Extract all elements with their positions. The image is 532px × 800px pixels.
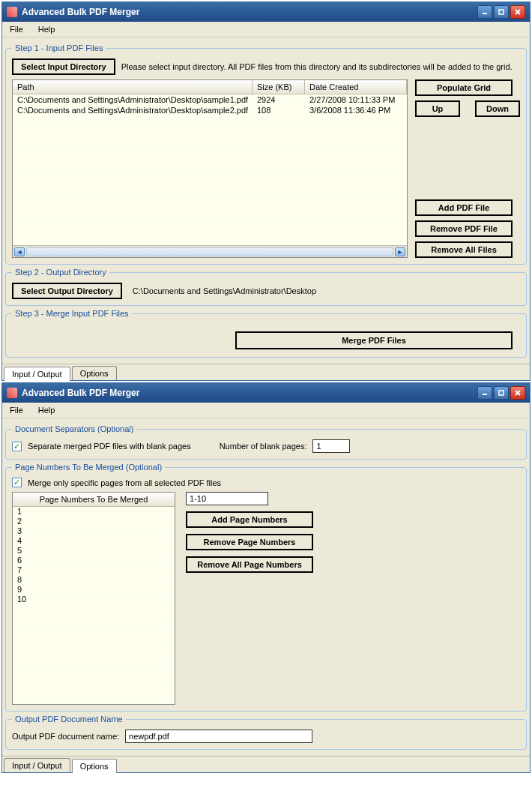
maximize-button[interactable] — [494, 5, 509, 19]
step1-hint: Please select input directory. All PDF f… — [121, 62, 513, 71]
list-item[interactable]: 2 — [13, 517, 175, 526]
list-item[interactable]: 5 — [13, 546, 175, 556]
window-title: Advanced Bulk PDF Merger — [22, 7, 139, 17]
menu-file[interactable]: File — [7, 23, 26, 35]
minimize-button[interactable] — [477, 5, 492, 19]
input-files-grid[interactable]: Path Size (KB) Date Created C:\Documents… — [12, 79, 408, 258]
select-output-directory-button[interactable]: Select Output Directory — [12, 283, 122, 299]
output-name-label: Output PDF document name: — [12, 732, 119, 741]
separators-fieldset: Document Separators (Optional) ✓ Separat… — [5, 424, 527, 460]
svg-rect-1 — [499, 10, 504, 14]
scroll-left-icon[interactable]: ◄ — [14, 247, 25, 256]
grid-header-date[interactable]: Date Created — [305, 80, 407, 94]
list-item[interactable]: 9 — [13, 585, 175, 595]
app-icon — [7, 7, 17, 17]
step2-legend: Step 2 - Output Directory — [12, 268, 109, 277]
tab-input-output[interactable]: Input / Output — [4, 367, 70, 381]
step1-fieldset: Step 1 - Input PDF Files Select Input Di… — [5, 43, 527, 265]
separate-blank-pages-label: Separate merged PDF files with blank pag… — [28, 442, 191, 451]
step1-legend: Step 1 - Input PDF Files — [12, 43, 106, 52]
merge-specific-pages-checkbox[interactable]: ✓ — [12, 478, 22, 487]
remove-all-files-button[interactable]: Remove All Files — [415, 241, 513, 258]
svg-rect-5 — [499, 391, 504, 395]
scroll-track[interactable] — [26, 247, 393, 256]
move-up-button[interactable]: Up — [415, 100, 460, 117]
close-button[interactable] — [510, 5, 525, 19]
app-icon — [7, 388, 17, 398]
output-directory-path: C:\Documents and Settings\Administrator\… — [133, 286, 316, 295]
page-numbers-fieldset: Page Numbers To Be Merged (Optional) ✓ M… — [5, 463, 527, 712]
titlebar[interactable]: Advanced Bulk PDF Merger — [2, 2, 530, 22]
output-name-fieldset: Output PDF Document Name Output PDF docu… — [5, 715, 527, 750]
window-input-output: Advanced Bulk PDF Merger File Help Step … — [1, 1, 531, 381]
merge-pdf-files-button[interactable]: Merge PDF Files — [235, 331, 513, 349]
close-button[interactable] — [510, 386, 525, 400]
tabstrip: Input / Output Options — [2, 364, 530, 380]
table-row[interactable]: C:\Documents and Settings\Administrator\… — [13, 105, 407, 115]
tab-options[interactable]: Options — [72, 759, 117, 773]
add-pdf-file-button[interactable]: Add PDF File — [415, 199, 513, 216]
move-down-button[interactable]: Down — [475, 100, 520, 117]
menu-help[interactable]: Help — [35, 404, 58, 416]
step2-fieldset: Step 2 - Output Directory Select Output … — [5, 268, 527, 306]
titlebar[interactable]: Advanced Bulk PDF Merger — [2, 383, 530, 403]
menubar: File Help — [2, 22, 530, 37]
tab-input-output[interactable]: Input / Output — [4, 758, 70, 772]
table-row[interactable]: C:\Documents and Settings\Administrator\… — [13, 94, 407, 105]
tabstrip: Input / Output Options — [2, 756, 530, 772]
populate-grid-button[interactable]: Populate Grid — [415, 79, 513, 96]
menu-help[interactable]: Help — [35, 23, 58, 35]
maximize-button[interactable] — [494, 386, 509, 400]
list-item[interactable]: 3 — [13, 526, 175, 536]
blank-pages-count-input[interactable] — [312, 439, 350, 453]
grid-header-size[interactable]: Size (KB) — [253, 80, 305, 94]
remove-pdf-file-button[interactable]: Remove PDF File — [415, 220, 513, 237]
add-page-numbers-button[interactable]: Add Page Numbers — [186, 511, 313, 528]
horizontal-scrollbar[interactable]: ◄ ► — [13, 245, 407, 257]
step3-legend: Step 3 - Merge Input PDF Files — [12, 309, 132, 318]
list-item[interactable]: 6 — [13, 556, 175, 565]
page-numbers-legend: Page Numbers To Be Merged (Optional) — [12, 463, 165, 472]
select-input-directory-button[interactable]: Select Input Directory — [12, 58, 115, 75]
window-title: Advanced Bulk PDF Merger — [22, 388, 139, 398]
list-item[interactable]: 8 — [13, 575, 175, 585]
list-item[interactable]: 10 — [13, 595, 175, 604]
page-numbers-grid[interactable]: Page Numbers To Be Merged 1 2 3 4 5 6 7 … — [12, 492, 175, 705]
list-item[interactable]: 1 — [13, 507, 175, 517]
minimize-button[interactable] — [477, 386, 492, 400]
output-name-legend: Output PDF Document Name — [12, 715, 126, 724]
separators-legend: Document Separators (Optional) — [12, 424, 136, 433]
list-item[interactable]: 7 — [13, 565, 175, 575]
list-item[interactable]: 4 — [13, 536, 175, 546]
window-options: Advanced Bulk PDF Merger File Help Docum… — [1, 382, 531, 773]
grid-header-path[interactable]: Path — [13, 80, 253, 94]
scroll-right-icon[interactable]: ► — [395, 247, 405, 256]
step3-fieldset: Step 3 - Merge Input PDF Files Merge PDF… — [5, 309, 527, 358]
menubar: File Help — [2, 403, 530, 418]
output-name-input[interactable] — [125, 730, 312, 743]
page-range-input[interactable] — [186, 492, 268, 505]
tab-options[interactable]: Options — [72, 366, 117, 380]
page-numbers-grid-header[interactable]: Page Numbers To Be Merged — [13, 493, 175, 507]
menu-file[interactable]: File — [7, 404, 26, 416]
remove-all-page-numbers-button[interactable]: Remove All Page Numbers — [186, 556, 313, 573]
blank-pages-count-label: Number of blank pages: — [220, 442, 307, 451]
separate-blank-pages-checkbox[interactable]: ✓ — [12, 442, 22, 451]
remove-page-numbers-button[interactable]: Remove Page Numbers — [186, 534, 313, 550]
merge-specific-pages-label: Merge only specific pages from all selec… — [28, 478, 221, 487]
